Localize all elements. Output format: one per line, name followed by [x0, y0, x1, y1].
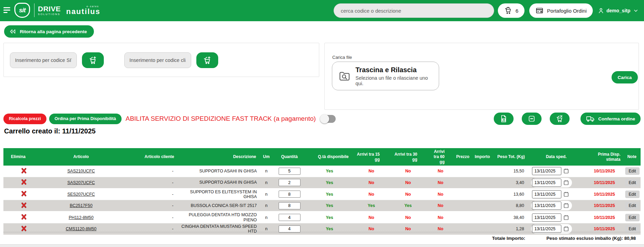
article-code-link[interactable]: BC2517F50 — [70, 203, 93, 208]
delete-item-button[interactable] — [21, 225, 27, 232]
fasttrack-toggle[interactable] — [321, 115, 336, 123]
edit-note-button[interactable]: Edit — [625, 191, 640, 198]
sit-code-input[interactable] — [10, 52, 77, 68]
truck-icon — [586, 114, 595, 123]
arrival-30-cell: No — [389, 177, 427, 188]
total-amount-label: Totale Importo: — [492, 236, 525, 241]
delete-item-button[interactable] — [21, 191, 27, 197]
quantity-input[interactable] — [279, 191, 300, 198]
top-header: sit DRIVE SOLUTIONS e-sales nautilus 6 P… — [0, 0, 644, 21]
cart-item-row: BC2517F50 - BUSSOLA CONICA SER-SIT 2517 … — [3, 200, 641, 212]
cart-plus-icon — [88, 56, 97, 65]
column-header: Importo — [470, 148, 494, 166]
delete-x-icon — [21, 191, 27, 197]
client-article-cell: - — [118, 200, 178, 212]
ship-date-input[interactable] — [532, 190, 561, 198]
arrival-60-cell: No — [427, 211, 454, 223]
article-code-link[interactable]: CMS1120-8M50 — [66, 226, 96, 231]
delete-x-icon — [21, 168, 27, 174]
toggle-knob — [320, 114, 329, 124]
portfolio-orders-label: Portafoglio Ordini — [547, 8, 587, 14]
ship-date-input[interactable] — [532, 179, 561, 187]
sit-logo: sit — [14, 3, 30, 18]
first-availability-date: 10/11/2025 — [594, 203, 615, 208]
calendar-icon — [563, 191, 569, 197]
calendar-picker-button[interactable] — [561, 214, 571, 221]
edit-note-button[interactable]: Edit — [625, 167, 640, 175]
calendar-picker-button[interactable] — [561, 180, 571, 186]
recalculate-prices-button[interactable]: Ricalcola prezzi — [3, 114, 46, 124]
portfolio-orders-button[interactable]: Portafoglio Ordini — [529, 3, 593, 18]
arrival-60-cell: No — [427, 166, 454, 177]
hamburger-menu-icon[interactable] — [3, 7, 11, 14]
upload-file-button[interactable]: Carica — [612, 71, 638, 83]
delete-item-button[interactable] — [21, 214, 27, 220]
calendar-picker-button[interactable] — [561, 226, 571, 232]
dropzone-title: Trascina e Rilascia — [355, 66, 433, 74]
client-code-input[interactable] — [124, 52, 191, 68]
export-xls-button[interactable]: XLS — [494, 113, 514, 125]
order-by-first-availability-button[interactable]: Ordina per Prima Disponibilità — [49, 114, 122, 124]
confirm-order-button[interactable]: Conferma ordine — [580, 113, 641, 125]
delete-item-button[interactable] — [21, 168, 27, 174]
article-code-link[interactable]: SES207UCFC — [67, 192, 95, 197]
remove-selection-button[interactable] — [522, 113, 542, 125]
add-client-code-to-cart-button[interactable] — [196, 52, 218, 68]
edit-note-button[interactable]: Edit — [625, 179, 640, 186]
article-code-link[interactable]: PH112-8M50 — [69, 215, 94, 220]
drive-solutions-logo: DRIVE SOLUTIONS — [38, 5, 61, 16]
calendar-icon — [563, 180, 569, 186]
delete-item-button[interactable] — [21, 179, 27, 185]
quantity-input[interactable] — [279, 202, 300, 209]
calendar-picker-button[interactable] — [561, 191, 571, 197]
first-availability-date: 10/11/2025 — [594, 180, 615, 185]
ship-date-input[interactable] — [532, 213, 561, 222]
cart-created-date: Carrello creato il: 11/11/2025 — [4, 127, 96, 135]
amount-cell — [470, 211, 494, 223]
edit-note-button[interactable]: Edit — [625, 202, 640, 209]
quantity-input[interactable] — [279, 225, 300, 233]
estimated-weight-label: Peso stimato escluso imballo (Kg): 80,98 — [546, 236, 636, 241]
quantity-input[interactable] — [279, 214, 300, 221]
column-header: Prezzo — [454, 148, 470, 166]
amount-cell — [470, 177, 494, 188]
arrival-60-cell: No — [427, 188, 454, 200]
code-insert-panel — [3, 43, 319, 77]
calendar-picker-button[interactable] — [561, 168, 571, 174]
search-input[interactable] — [341, 8, 487, 14]
calendar-picker-button[interactable] — [561, 203, 571, 209]
ship-date-input[interactable] — [532, 202, 561, 210]
quantity-input[interactable] — [279, 179, 300, 186]
svg-text:XLS: XLS — [502, 119, 505, 121]
quantity-input[interactable] — [279, 168, 300, 175]
weight-cell: 15,50 — [494, 166, 527, 177]
cart-button[interactable]: 6 — [498, 3, 524, 18]
delete-item-button[interactable] — [21, 202, 27, 208]
column-header: Descrizione — [178, 148, 260, 166]
credit-card-icon — [535, 6, 544, 15]
availability-cell: Yes — [306, 200, 353, 212]
upload-label: Carica file — [332, 55, 352, 60]
article-code-link[interactable]: SAS207UCFC — [67, 180, 95, 185]
ship-date-field — [531, 190, 572, 199]
article-code-link[interactable]: SAS210UCFC — [67, 169, 95, 173]
user-menu[interactable]: demo_sitp — [598, 7, 639, 14]
brand-divider — [34, 3, 34, 17]
empty-cart-button[interactable] — [550, 113, 570, 125]
ship-date-input[interactable] — [532, 167, 561, 175]
file-dropzone[interactable]: Trascina e Rilascia Seleziona un file o … — [332, 62, 439, 90]
availability-cell: Yes — [306, 211, 353, 223]
cart-item-row: PH112-8M50 - PULEGGIA DENTATA HTD MOZZO … — [3, 211, 641, 223]
fasttrack-label: ABILITA SERVIZIO DI SPEDIZIONE FAST TRAC… — [126, 115, 316, 122]
description-cell: PULEGGIA DENTATA HTD MOZZO PIENO — [178, 211, 260, 223]
price-cell — [454, 166, 470, 177]
column-header: Q.tà disponibile — [306, 148, 353, 166]
first-availability-date: 10/11/2025 — [594, 169, 615, 173]
add-sit-code-to-cart-button[interactable] — [82, 52, 104, 68]
xls-file-icon: XLS — [500, 115, 508, 123]
arrival-30-cell: No — [389, 188, 427, 200]
back-button[interactable]: Ritorna alla pagina precedente — [4, 25, 94, 38]
search-bar — [334, 3, 494, 18]
nautilus-logo: e-sales nautilus — [66, 5, 100, 15]
edit-note-button[interactable]: Edit — [625, 214, 640, 221]
